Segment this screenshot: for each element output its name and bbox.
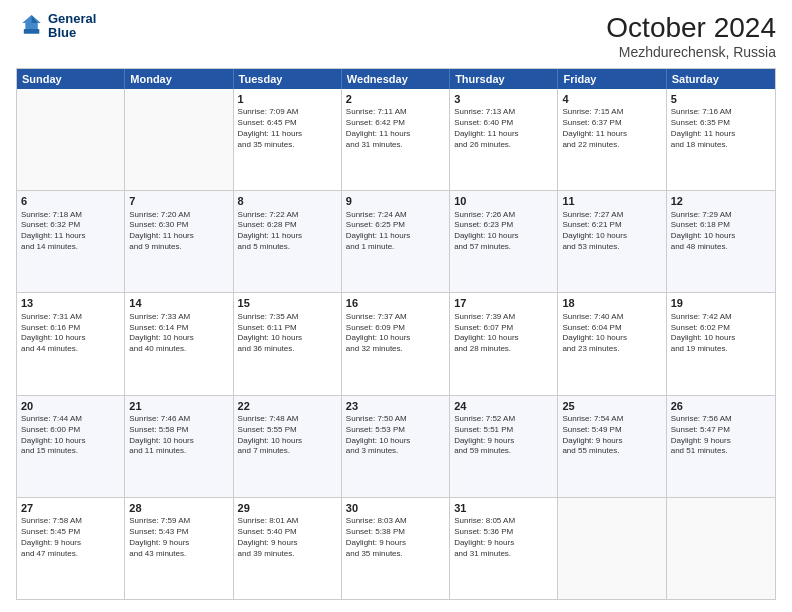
cell-info: Sunrise: 7:15 AM Sunset: 6:37 PM Dayligh… (562, 107, 661, 150)
calendar-cell: 6Sunrise: 7:18 AM Sunset: 6:32 PM Daylig… (17, 191, 125, 292)
calendar-cell: 16Sunrise: 7:37 AM Sunset: 6:09 PM Dayli… (342, 293, 450, 394)
day-number: 11 (562, 194, 661, 208)
cell-info: Sunrise: 7:22 AM Sunset: 6:28 PM Dayligh… (238, 210, 337, 253)
day-number: 19 (671, 296, 771, 310)
cell-info: Sunrise: 7:24 AM Sunset: 6:25 PM Dayligh… (346, 210, 445, 253)
calendar-cell: 20Sunrise: 7:44 AM Sunset: 6:00 PM Dayli… (17, 396, 125, 497)
cell-info: Sunrise: 7:58 AM Sunset: 5:45 PM Dayligh… (21, 516, 120, 559)
day-number: 27 (21, 501, 120, 515)
cell-info: Sunrise: 7:52 AM Sunset: 5:51 PM Dayligh… (454, 414, 553, 457)
cell-info: Sunrise: 7:29 AM Sunset: 6:18 PM Dayligh… (671, 210, 771, 253)
calendar-cell (558, 498, 666, 599)
calendar-row-2: 6Sunrise: 7:18 AM Sunset: 6:32 PM Daylig… (17, 190, 775, 292)
day-number: 2 (346, 92, 445, 106)
day-number: 29 (238, 501, 337, 515)
cell-info: Sunrise: 7:18 AM Sunset: 6:32 PM Dayligh… (21, 210, 120, 253)
day-number: 13 (21, 296, 120, 310)
logo-line1: General (48, 12, 96, 26)
day-number: 20 (21, 399, 120, 413)
header: General Blue October 2024 Mezhdurechensk… (16, 12, 776, 60)
calendar-cell: 9Sunrise: 7:24 AM Sunset: 6:25 PM Daylig… (342, 191, 450, 292)
day-number: 26 (671, 399, 771, 413)
day-number: 28 (129, 501, 228, 515)
day-number: 17 (454, 296, 553, 310)
calendar-cell: 12Sunrise: 7:29 AM Sunset: 6:18 PM Dayli… (667, 191, 775, 292)
day-number: 8 (238, 194, 337, 208)
cell-info: Sunrise: 7:16 AM Sunset: 6:35 PM Dayligh… (671, 107, 771, 150)
cell-info: Sunrise: 7:44 AM Sunset: 6:00 PM Dayligh… (21, 414, 120, 457)
calendar-body: 1Sunrise: 7:09 AM Sunset: 6:45 PM Daylig… (17, 89, 775, 599)
day-number: 25 (562, 399, 661, 413)
calendar-cell: 14Sunrise: 7:33 AM Sunset: 6:14 PM Dayli… (125, 293, 233, 394)
day-number: 21 (129, 399, 228, 413)
calendar-cell: 4Sunrise: 7:15 AM Sunset: 6:37 PM Daylig… (558, 89, 666, 190)
header-day-saturday: Saturday (667, 69, 775, 89)
header-day-friday: Friday (558, 69, 666, 89)
calendar-row-3: 13Sunrise: 7:31 AM Sunset: 6:16 PM Dayli… (17, 292, 775, 394)
cell-info: Sunrise: 7:13 AM Sunset: 6:40 PM Dayligh… (454, 107, 553, 150)
logo-icon (16, 12, 44, 40)
month-title: October 2024 (606, 12, 776, 44)
cell-info: Sunrise: 7:42 AM Sunset: 6:02 PM Dayligh… (671, 312, 771, 355)
day-number: 16 (346, 296, 445, 310)
header-day-tuesday: Tuesday (234, 69, 342, 89)
calendar-cell (17, 89, 125, 190)
cell-info: Sunrise: 7:33 AM Sunset: 6:14 PM Dayligh… (129, 312, 228, 355)
cell-info: Sunrise: 7:56 AM Sunset: 5:47 PM Dayligh… (671, 414, 771, 457)
cell-info: Sunrise: 7:27 AM Sunset: 6:21 PM Dayligh… (562, 210, 661, 253)
calendar-cell: 1Sunrise: 7:09 AM Sunset: 6:45 PM Daylig… (234, 89, 342, 190)
day-number: 3 (454, 92, 553, 106)
calendar-cell: 5Sunrise: 7:16 AM Sunset: 6:35 PM Daylig… (667, 89, 775, 190)
calendar-cell: 13Sunrise: 7:31 AM Sunset: 6:16 PM Dayli… (17, 293, 125, 394)
calendar-cell: 24Sunrise: 7:52 AM Sunset: 5:51 PM Dayli… (450, 396, 558, 497)
calendar-header: SundayMondayTuesdayWednesdayThursdayFrid… (17, 69, 775, 89)
calendar-cell: 7Sunrise: 7:20 AM Sunset: 6:30 PM Daylig… (125, 191, 233, 292)
day-number: 10 (454, 194, 553, 208)
calendar-cell: 8Sunrise: 7:22 AM Sunset: 6:28 PM Daylig… (234, 191, 342, 292)
calendar-cell: 31Sunrise: 8:05 AM Sunset: 5:36 PM Dayli… (450, 498, 558, 599)
cell-info: Sunrise: 8:05 AM Sunset: 5:36 PM Dayligh… (454, 516, 553, 559)
cell-info: Sunrise: 7:54 AM Sunset: 5:49 PM Dayligh… (562, 414, 661, 457)
day-number: 9 (346, 194, 445, 208)
calendar-cell: 15Sunrise: 7:35 AM Sunset: 6:11 PM Dayli… (234, 293, 342, 394)
day-number: 22 (238, 399, 337, 413)
calendar-cell: 23Sunrise: 7:50 AM Sunset: 5:53 PM Dayli… (342, 396, 450, 497)
logo: General Blue (16, 12, 96, 41)
day-number: 7 (129, 194, 228, 208)
cell-info: Sunrise: 7:11 AM Sunset: 6:42 PM Dayligh… (346, 107, 445, 150)
day-number: 6 (21, 194, 120, 208)
cell-info: Sunrise: 7:40 AM Sunset: 6:04 PM Dayligh… (562, 312, 661, 355)
calendar-row-1: 1Sunrise: 7:09 AM Sunset: 6:45 PM Daylig… (17, 89, 775, 190)
day-number: 18 (562, 296, 661, 310)
cell-info: Sunrise: 7:09 AM Sunset: 6:45 PM Dayligh… (238, 107, 337, 150)
svg-rect-2 (24, 29, 40, 34)
cell-info: Sunrise: 7:20 AM Sunset: 6:30 PM Dayligh… (129, 210, 228, 253)
header-day-thursday: Thursday (450, 69, 558, 89)
cell-info: Sunrise: 7:46 AM Sunset: 5:58 PM Dayligh… (129, 414, 228, 457)
calendar-cell: 17Sunrise: 7:39 AM Sunset: 6:07 PM Dayli… (450, 293, 558, 394)
calendar-cell: 28Sunrise: 7:59 AM Sunset: 5:43 PM Dayli… (125, 498, 233, 599)
calendar-cell (667, 498, 775, 599)
calendar-cell: 21Sunrise: 7:46 AM Sunset: 5:58 PM Dayli… (125, 396, 233, 497)
cell-info: Sunrise: 7:59 AM Sunset: 5:43 PM Dayligh… (129, 516, 228, 559)
day-number: 14 (129, 296, 228, 310)
day-number: 24 (454, 399, 553, 413)
day-number: 12 (671, 194, 771, 208)
calendar-cell: 26Sunrise: 7:56 AM Sunset: 5:47 PM Dayli… (667, 396, 775, 497)
calendar-cell: 3Sunrise: 7:13 AM Sunset: 6:40 PM Daylig… (450, 89, 558, 190)
header-day-monday: Monday (125, 69, 233, 89)
calendar-cell (125, 89, 233, 190)
cell-info: Sunrise: 8:03 AM Sunset: 5:38 PM Dayligh… (346, 516, 445, 559)
header-day-sunday: Sunday (17, 69, 125, 89)
calendar-cell: 18Sunrise: 7:40 AM Sunset: 6:04 PM Dayli… (558, 293, 666, 394)
calendar-cell: 22Sunrise: 7:48 AM Sunset: 5:55 PM Dayli… (234, 396, 342, 497)
calendar-row-4: 20Sunrise: 7:44 AM Sunset: 6:00 PM Dayli… (17, 395, 775, 497)
day-number: 15 (238, 296, 337, 310)
cell-info: Sunrise: 7:26 AM Sunset: 6:23 PM Dayligh… (454, 210, 553, 253)
day-number: 30 (346, 501, 445, 515)
calendar-cell: 27Sunrise: 7:58 AM Sunset: 5:45 PM Dayli… (17, 498, 125, 599)
cell-info: Sunrise: 7:37 AM Sunset: 6:09 PM Dayligh… (346, 312, 445, 355)
cell-info: Sunrise: 7:50 AM Sunset: 5:53 PM Dayligh… (346, 414, 445, 457)
page: General Blue October 2024 Mezhdurechensk… (0, 0, 792, 612)
cell-info: Sunrise: 7:31 AM Sunset: 6:16 PM Dayligh… (21, 312, 120, 355)
